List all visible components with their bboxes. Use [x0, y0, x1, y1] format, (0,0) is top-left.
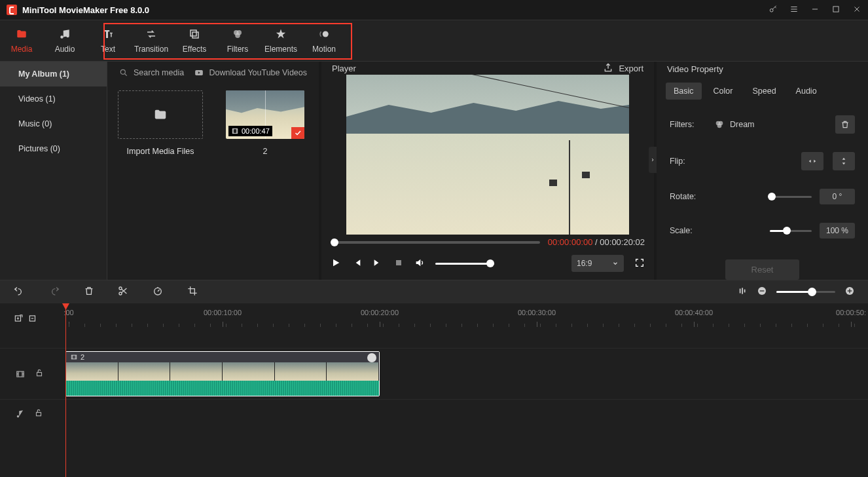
search-media[interactable]: Search media [119, 68, 184, 77]
filter-preset-icon [714, 119, 725, 130]
scale-value[interactable]: 100 % [820, 223, 855, 238]
sidebar-item-videos[interactable]: Videos (1) [0, 86, 107, 111]
svg-rect-30 [71, 355, 77, 359]
scale-slider[interactable] [770, 230, 812, 232]
tab-motion[interactable]: Motion [302, 20, 346, 61]
close-icon[interactable] [852, 5, 861, 16]
key-icon[interactable] [769, 5, 778, 16]
lock-track-button[interactable] [34, 408, 43, 419]
svg-rect-20 [744, 290, 746, 293]
filters-icon [231, 28, 244, 41]
volume-button[interactable] [414, 258, 425, 270]
tab-audio[interactable]: Audio [43, 20, 86, 61]
chevron-down-icon [612, 260, 619, 267]
scale-label: Scale: [670, 226, 705, 235]
chevron-right-icon [650, 157, 655, 163]
maximize-icon[interactable] [831, 5, 841, 16]
media-area: Search media Download YouTube Videos Imp… [107, 62, 321, 280]
add-marker-button[interactable] [13, 314, 24, 324]
export-button[interactable]: Export [603, 63, 643, 73]
fullscreen-button[interactable] [634, 258, 645, 270]
props-tab-speed[interactable]: Speed [744, 83, 784, 100]
menu-icon[interactable] [789, 5, 799, 16]
props-tab-color[interactable]: Color [706, 83, 741, 100]
import-media-cell[interactable]: Import Media Files [118, 90, 203, 156]
tab-elements[interactable]: Elements [259, 20, 302, 61]
app-logo [7, 5, 17, 15]
zoom-slider[interactable] [776, 291, 835, 293]
svg-point-0 [770, 9, 773, 12]
svg-rect-29 [37, 372, 42, 375]
svg-rect-11 [396, 260, 401, 265]
svg-rect-22 [760, 290, 765, 291]
rotate-slider[interactable] [770, 196, 812, 198]
video-preview[interactable] [346, 75, 629, 235]
filters-label: Filters: [670, 120, 705, 129]
props-tab-audio[interactable]: Audio [788, 83, 825, 100]
timeline-clip[interactable]: 2 [65, 351, 380, 396]
audio-track-icon [16, 410, 25, 419]
svg-rect-31 [37, 412, 41, 415]
tab-media[interactable]: Media [0, 20, 43, 61]
clip-name: 2 [81, 353, 84, 361]
collapse-panel-button[interactable] [649, 147, 657, 173]
video-track-icon [15, 370, 26, 379]
lock-track-button[interactable] [35, 368, 44, 379]
aspect-ratio-select[interactable]: 16:9 [571, 255, 624, 272]
reset-button[interactable]: Reset [725, 259, 800, 280]
app-title: MiniTool MovieMaker Free 8.0.0 [22, 5, 149, 15]
folder-icon [152, 107, 169, 122]
next-frame-button[interactable] [372, 258, 383, 270]
playhead[interactable] [65, 303, 66, 477]
prev-frame-button[interactable] [352, 258, 362, 270]
svg-point-8 [120, 69, 125, 74]
minimize-icon[interactable] [810, 5, 820, 16]
time-ruler[interactable]: :0000:00:10:0000:00:20:0000:00:30:0000:0… [0, 303, 868, 331]
player-title: Player [332, 64, 356, 73]
flip-vertical-button[interactable] [833, 152, 855, 170]
sidebar-item-music[interactable]: Music (0) [0, 111, 107, 136]
film-icon [70, 354, 78, 360]
sidebar-item-myalbum[interactable]: My Album (1) [0, 62, 107, 86]
play-button[interactable] [331, 258, 341, 270]
crop-button[interactable] [187, 286, 198, 298]
sidebar-item-pictures[interactable]: Pictures (0) [0, 136, 107, 161]
text-icon [101, 28, 115, 41]
download-youtube[interactable]: Download YouTube Videos [194, 68, 307, 77]
fit-button[interactable] [738, 286, 748, 298]
music-icon [58, 28, 71, 41]
film-icon [231, 128, 239, 134]
undo-button[interactable] [13, 286, 25, 298]
zoom-out-button[interactable] [757, 286, 767, 298]
zoom-in-button[interactable] [844, 286, 855, 298]
speed-button[interactable] [152, 286, 164, 298]
delete-button[interactable] [84, 286, 94, 298]
time-current: 00:00:00:00 [548, 237, 593, 247]
svg-point-7 [323, 31, 329, 37]
svg-rect-1 [833, 6, 839, 11]
rotate-value[interactable]: 0 ° [820, 189, 855, 204]
scrub-slider[interactable] [331, 241, 540, 244]
flip-horizontal-button[interactable] [801, 152, 823, 170]
media-clip-cell[interactable]: 00:00:47 2 [223, 90, 308, 156]
delete-filter-button[interactable] [835, 115, 855, 134]
svg-rect-10 [232, 129, 238, 134]
export-icon [603, 63, 613, 73]
redo-button[interactable] [48, 286, 60, 298]
props-title: Video Property [667, 64, 723, 74]
media-sidebar: My Album (1) Videos (1) Music (0) Pictur… [0, 62, 107, 280]
tab-effects[interactable]: Effects [173, 20, 216, 61]
volume-slider[interactable] [435, 263, 494, 265]
motion-icon [317, 28, 331, 41]
stop-button[interactable] [393, 258, 404, 270]
transition-icon [145, 28, 158, 41]
effects-icon [188, 28, 201, 41]
tab-text[interactable]: Text [86, 20, 130, 61]
tab-filters[interactable]: Filters [216, 20, 259, 61]
timeline-toolbar [0, 280, 868, 303]
titlebar: MiniTool MovieMaker Free 8.0.0 [0, 0, 868, 20]
remove-marker-button[interactable] [27, 314, 38, 324]
tab-transition[interactable]: Transition [130, 20, 173, 61]
split-button[interactable] [118, 286, 128, 298]
props-tab-basic[interactable]: Basic [666, 83, 702, 100]
